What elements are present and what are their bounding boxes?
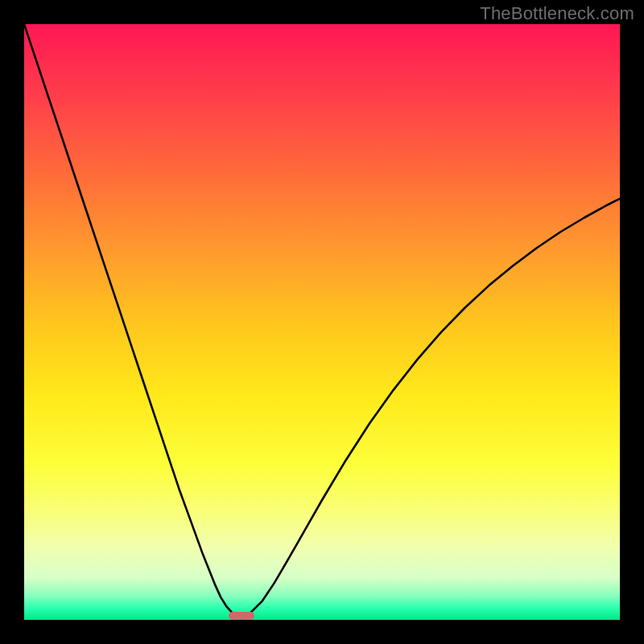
minimum-marker [229, 612, 254, 620]
chart-frame: TheBottleneck.com [0, 0, 644, 644]
bottleneck-curve [24, 24, 620, 620]
watermark-text: TheBottleneck.com [480, 3, 634, 24]
plot-area [24, 24, 620, 620]
